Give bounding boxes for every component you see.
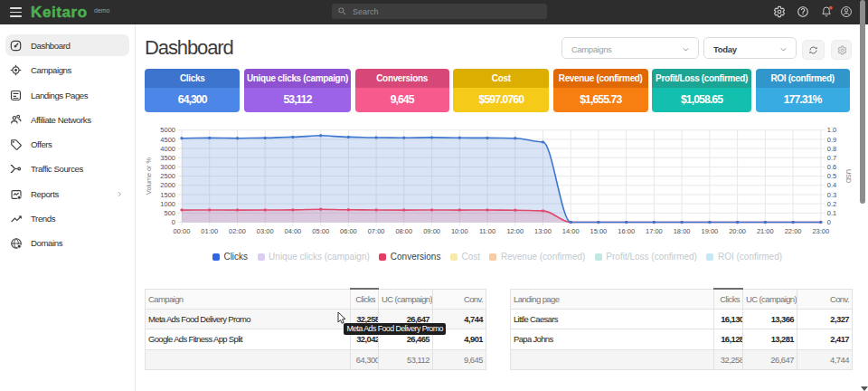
svg-text:10:00: 10:00: [451, 227, 468, 235]
svg-text:23:00: 23:00: [812, 227, 829, 235]
svg-text:0.4: 0.4: [827, 181, 836, 189]
svg-text:2500: 2500: [160, 172, 175, 180]
svg-text:06:00: 06:00: [340, 227, 357, 235]
svg-text:03:00: 03:00: [257, 227, 274, 235]
svg-text:0.7: 0.7: [827, 154, 836, 162]
svg-text:00:00: 00:00: [174, 227, 191, 235]
svg-text:3500: 3500: [160, 154, 175, 162]
svg-text:04:00: 04:00: [285, 227, 302, 235]
svg-text:05:00: 05:00: [312, 227, 329, 235]
svg-text:500: 500: [164, 209, 175, 217]
svg-text:5000: 5000: [160, 126, 175, 134]
svg-text:0: 0: [172, 218, 175, 226]
svg-text:2000: 2000: [160, 181, 175, 189]
svg-text:1500: 1500: [160, 191, 175, 199]
svg-text:21:00: 21:00: [757, 227, 774, 235]
svg-text:12:00: 12:00: [506, 227, 524, 235]
svg-text:14:00: 14:00: [562, 227, 580, 235]
svg-text:0: 0: [827, 218, 831, 226]
svg-text:1000: 1000: [160, 200, 175, 208]
svg-text:0.1: 0.1: [827, 209, 836, 217]
svg-text:Volume or %: Volume or %: [145, 157, 153, 195]
svg-text:08:00: 08:00: [395, 227, 412, 235]
svg-text:0.3: 0.3: [827, 191, 836, 199]
svg-text:0.5: 0.5: [827, 172, 836, 180]
svg-text:13:00: 13:00: [534, 227, 552, 235]
svg-text:3000: 3000: [160, 163, 175, 171]
svg-text:01:00: 01:00: [201, 227, 218, 235]
svg-text:07:00: 07:00: [368, 227, 385, 235]
svg-text:0.2: 0.2: [827, 200, 836, 208]
svg-text:22:00: 22:00: [785, 227, 802, 235]
svg-text:1.0: 1.0: [827, 126, 836, 134]
svg-text:0.6: 0.6: [827, 163, 836, 171]
svg-text:4000: 4000: [160, 145, 175, 153]
svg-text:16:00: 16:00: [618, 227, 635, 235]
svg-text:19:00: 19:00: [702, 227, 719, 235]
svg-text:4500: 4500: [160, 136, 175, 144]
svg-text:20:00: 20:00: [729, 227, 746, 235]
svg-text:02:00: 02:00: [229, 227, 246, 235]
svg-text:11:00: 11:00: [479, 227, 495, 235]
svg-text:15:00: 15:00: [590, 227, 608, 235]
svg-text:USD: USD: [844, 169, 853, 183]
svg-text:09:00: 09:00: [423, 227, 440, 235]
svg-text:0.8: 0.8: [827, 145, 836, 153]
svg-text:0.9: 0.9: [827, 136, 836, 144]
svg-text:18:00: 18:00: [674, 227, 691, 235]
svg-text:17:00: 17:00: [646, 227, 663, 235]
